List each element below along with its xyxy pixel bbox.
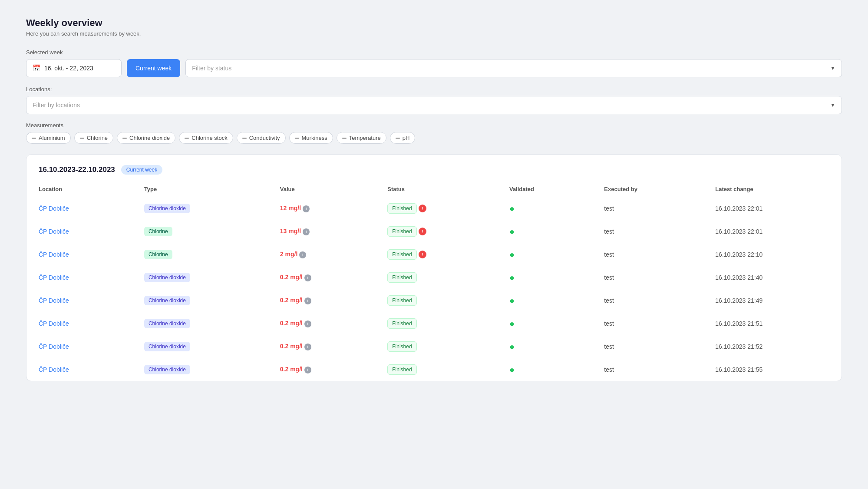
location-link-2[interactable]: ČP Dobliče (39, 251, 69, 258)
executed-by-text-6: test (604, 343, 614, 350)
executed-by-cell-7: test (592, 358, 703, 381)
measurement-tag-7[interactable]: pH (390, 132, 416, 144)
location-link-4[interactable]: ČP Dobliče (39, 297, 69, 304)
latest-change-cell-0: 16.10.2023 22:01 (703, 197, 842, 220)
tag-label: Chlorine (87, 135, 108, 141)
status-badge-1: Finished (387, 226, 416, 237)
type-badge-7: Chlorine dioxide (144, 365, 190, 374)
type-cell-6: Chlorine dioxide (132, 335, 268, 358)
table-row: ČP DobličeChlorine dioxide0.2 mg/liFinis… (26, 335, 842, 358)
tag-minus-icon (122, 138, 127, 139)
tag-minus-icon (32, 138, 36, 139)
measurements-table: LocationTypeValueStatusValidatedExecuted… (26, 182, 842, 381)
status-cell-6: Finished (375, 335, 497, 358)
status-badge-2: Finished (387, 249, 416, 260)
executed-by-cell-3: test (592, 266, 703, 289)
col-header-validated: Validated (497, 182, 592, 197)
location-link-6[interactable]: ČP Dobliče (39, 343, 69, 350)
table-row: ČP DobličeChlorine dioxide0.2 mg/liFinis… (26, 266, 842, 289)
validated-check-6: ● (509, 342, 515, 351)
type-cell-4: Chlorine dioxide (132, 289, 268, 312)
tag-label: Conductivity (249, 135, 280, 141)
value-text-6: 0.2 mg/l (280, 343, 303, 350)
col-header-latest-change: Latest change (703, 182, 842, 197)
info-icon-7[interactable]: i (304, 367, 311, 373)
type-badge-2: Chlorine (144, 250, 172, 259)
validated-check-7: ● (509, 365, 515, 374)
status-cell-5: Finished (375, 312, 497, 335)
info-icon-2[interactable]: i (299, 251, 306, 258)
validated-cell-1: ● (497, 220, 592, 243)
page-title: Weekly overview (26, 17, 842, 29)
location-link-0[interactable]: ČP Dobliče (39, 205, 69, 212)
validated-check-3: ● (509, 273, 515, 282)
latest-change-text-7: 16.10.2023 21:55 (715, 366, 762, 373)
location-link-3[interactable]: ČP Dobliče (39, 274, 69, 281)
locations-filter-dropdown[interactable]: Filter by locations ▼ (26, 96, 842, 114)
validated-check-0: ● (509, 204, 515, 213)
date-range-input[interactable]: 📅 16. okt. - 22, 2023 (26, 59, 122, 77)
top-controls: 📅 16. okt. - 22, 2023 Current week Filte… (26, 59, 842, 77)
status-badge-3: Finished (387, 272, 416, 283)
tag-label: pH (403, 135, 410, 141)
measurement-tag-3[interactable]: Chlorine stock (179, 132, 233, 144)
location-cell-4: ČP Dobliče (26, 289, 132, 312)
info-icon-0[interactable]: i (303, 205, 310, 212)
type-cell-1: Chlorine (132, 220, 268, 243)
current-week-badge: Current week (121, 165, 162, 175)
validated-cell-5: ● (497, 312, 592, 335)
current-week-button[interactable]: Current week (127, 59, 180, 77)
type-cell-7: Chlorine dioxide (132, 358, 268, 381)
value-cell-1: 13 mg/li (268, 220, 375, 243)
executed-by-cell-4: test (592, 289, 703, 312)
value-text-7: 0.2 mg/l (280, 366, 303, 373)
validated-check-4: ● (509, 296, 515, 305)
tag-minus-icon (242, 138, 247, 139)
col-header-location: Location (26, 182, 132, 197)
value-text-5: 0.2 mg/l (280, 320, 303, 327)
executed-by-text-2: test (604, 251, 614, 258)
location-cell-5: ČP Dobliče (26, 312, 132, 335)
executed-by-cell-2: test (592, 243, 703, 266)
measurement-tag-2[interactable]: Chlorine dioxide (117, 132, 175, 144)
value-cell-5: 0.2 mg/li (268, 312, 375, 335)
info-icon-3[interactable]: i (304, 274, 311, 281)
executed-by-cell-6: test (592, 335, 703, 358)
latest-change-cell-4: 16.10.2023 21:49 (703, 289, 842, 312)
type-badge-4: Chlorine dioxide (144, 296, 190, 305)
locations-label: Locations: (26, 86, 842, 93)
value-text-0: 12 mg/l (280, 205, 301, 211)
validated-check-1: ● (509, 227, 515, 236)
table-row: ČP DobličeChlorine2 mg/liFinished!●test1… (26, 243, 842, 266)
status-badge-6: Finished (387, 341, 416, 352)
location-cell-6: ČP Dobliče (26, 335, 132, 358)
location-link-7[interactable]: ČP Dobliče (39, 366, 69, 373)
latest-change-cell-6: 16.10.2023 21:52 (703, 335, 842, 358)
measurement-tag-1[interactable]: Chlorine (74, 132, 113, 144)
locations-chevron-icon: ▼ (830, 102, 835, 108)
table-row: ČP DobličeChlorine dioxide0.2 mg/liFinis… (26, 289, 842, 312)
latest-change-text-3: 16.10.2023 21:40 (715, 274, 762, 281)
measurement-tag-6[interactable]: Temperature (337, 132, 386, 144)
info-icon-6[interactable]: i (304, 344, 311, 350)
type-cell-3: Chlorine dioxide (132, 266, 268, 289)
executed-by-text-7: test (604, 366, 614, 373)
info-icon-5[interactable]: i (304, 320, 311, 327)
measurement-tag-0[interactable]: Aluminium (26, 132, 71, 144)
type-cell-5: Chlorine dioxide (132, 312, 268, 335)
filter-status-dropdown[interactable]: Filter by status ▼ (185, 59, 842, 77)
location-link-1[interactable]: ČP Dobliče (39, 228, 69, 235)
info-icon-4[interactable]: i (304, 297, 311, 304)
status-badge-7: Finished (387, 364, 416, 375)
info-icon-1[interactable]: i (303, 228, 310, 235)
measurement-tag-5[interactable]: Murkiness (289, 132, 333, 144)
tag-label: Aluminium (39, 135, 65, 141)
location-link-5[interactable]: ČP Dobliče (39, 320, 69, 327)
tag-label: Chlorine dioxide (129, 135, 170, 141)
latest-change-cell-1: 16.10.2023 22:01 (703, 220, 842, 243)
latest-change-text-6: 16.10.2023 21:52 (715, 343, 762, 350)
executed-by-cell-0: test (592, 197, 703, 220)
latest-change-text-1: 16.10.2023 22:01 (715, 228, 762, 235)
executed-by-cell-1: test (592, 220, 703, 243)
measurement-tag-4[interactable]: Conductivity (237, 132, 286, 144)
